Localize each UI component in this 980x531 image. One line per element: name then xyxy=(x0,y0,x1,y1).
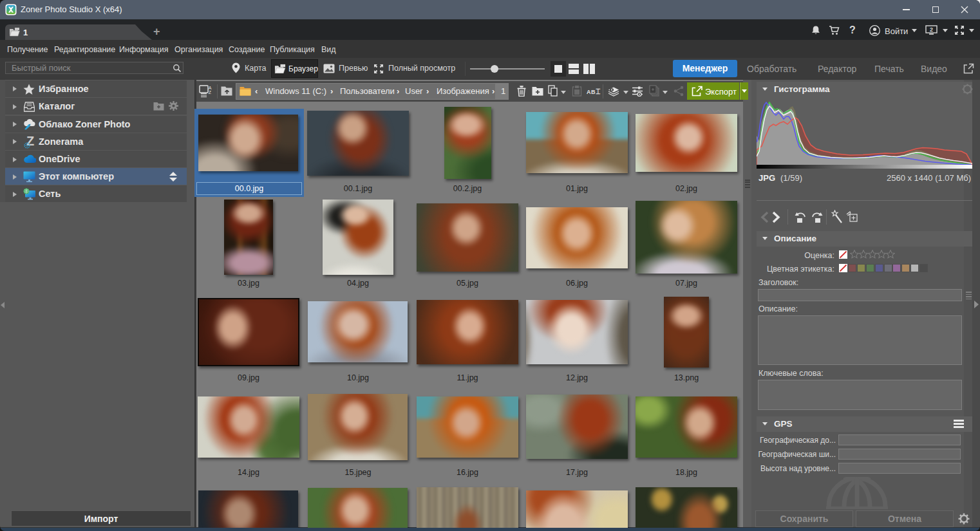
svg-text:Z: Z xyxy=(209,90,212,95)
svg-text:2: 2 xyxy=(930,26,933,33)
svg-text:A: A xyxy=(209,86,212,90)
svg-text:Z: Z xyxy=(26,136,34,148)
